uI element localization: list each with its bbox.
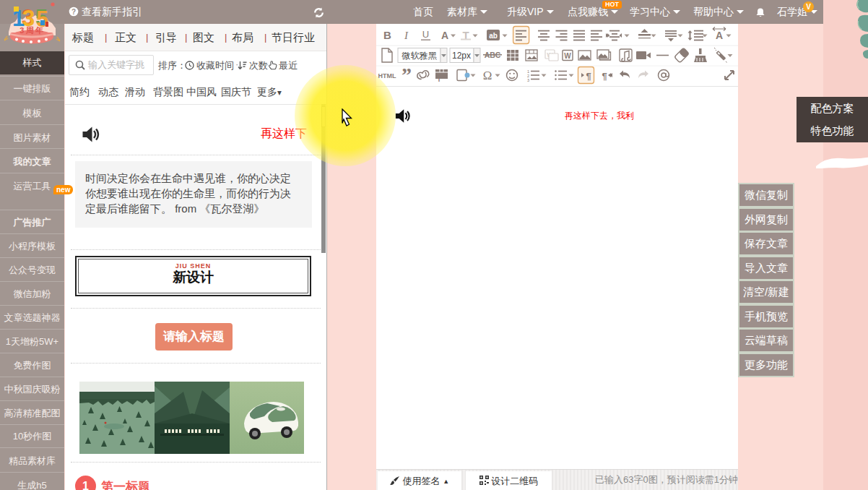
svg-text:5: 5 xyxy=(36,7,48,32)
svg-text:Ω: Ω xyxy=(483,69,492,82)
svg-text:ab: ab xyxy=(489,32,498,40)
svg-text:12px: 12px xyxy=(452,51,471,61)
svg-text:U: U xyxy=(422,29,429,40)
svg-text:B: B xyxy=(383,29,391,41)
svg-text:?: ? xyxy=(71,8,76,16)
svg-text:W: W xyxy=(564,52,571,60)
svg-text:3: 3 xyxy=(22,6,35,31)
svg-text:T: T xyxy=(437,76,441,83)
svg-text:微软雅黑: 微软雅黑 xyxy=(402,51,438,61)
svg-text:I: I xyxy=(404,30,409,41)
svg-text:A: A xyxy=(716,30,723,41)
svg-text:A: A xyxy=(441,30,448,41)
svg-text:¶: ¶ xyxy=(602,71,607,82)
svg-text:¶: ¶ xyxy=(586,71,591,82)
svg-text:”: ” xyxy=(402,64,412,86)
svg-text:HTML: HTML xyxy=(378,72,396,79)
svg-text:3: 3 xyxy=(527,78,529,82)
